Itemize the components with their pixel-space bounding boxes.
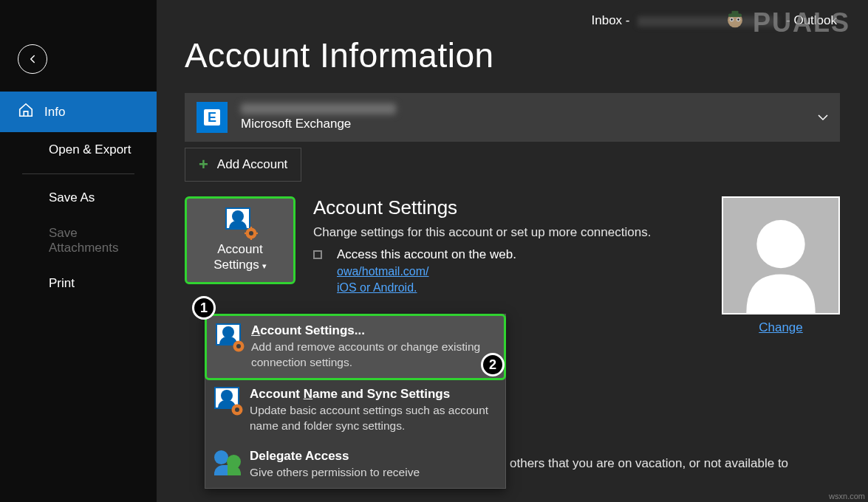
title-bar-breadcrumb: Inbox - - Outlook	[185, 13, 840, 28]
exchange-icon: E	[197, 102, 228, 133]
sidebar-item-info[interactable]: Info	[0, 92, 157, 132]
plus-icon: +	[199, 155, 208, 174]
dd2-desc: Update basic account settings such as ac…	[250, 403, 496, 434]
add-account-label: Add Account	[217, 157, 287, 172]
dropdown-item-account-settings[interactable]: Account Settings... Add and remove accou…	[205, 314, 506, 380]
dd3-title: Delegate Access	[250, 449, 496, 464]
svg-point-16	[236, 344, 241, 348]
svg-rect-11	[250, 237, 252, 240]
svg-rect-12	[245, 233, 247, 234]
sidebar-label-save-attachments: Save Attachments	[49, 226, 139, 255]
chevron-down-icon: ▾	[262, 261, 267, 270]
section-desc-account-settings: Change settings for this account or set …	[313, 224, 674, 241]
svg-point-18	[235, 408, 239, 412]
annotation-badge-2: 2	[481, 353, 505, 376]
delegate-access-icon	[214, 449, 241, 475]
account-settings-dropdown: Account Settings... Add and remove accou…	[205, 314, 506, 489]
change-avatar-link[interactable]: Change	[759, 320, 803, 334]
bullet-icon	[313, 250, 322, 259]
dd1-title: ccount Settings...	[260, 323, 365, 337]
dropdown-item-delegate-access[interactable]: Delegate Access Give others permission t…	[205, 441, 505, 488]
mobile-app-link[interactable]: iOS or Android.	[337, 281, 417, 294]
account-selector[interactable]: E Microsoft Exchange	[185, 93, 840, 142]
account-settings-icon	[225, 207, 255, 237]
dd1-accel: A	[251, 323, 260, 337]
svg-rect-13	[255, 233, 258, 234]
source-watermark: wsxn.com	[829, 492, 865, 501]
dd1-desc: Add and remove accounts or change existi…	[251, 340, 495, 371]
sidebar-divider	[22, 173, 134, 174]
backstage-sidebar: Info Open & Export Save As Save Attachme…	[0, 0, 157, 502]
dd2-post: ame and Sync Settings	[312, 387, 450, 401]
breadcrumb-sep: -	[626, 13, 630, 27]
auto-reply-text-fragment: others that you are on vacation, or not …	[510, 455, 835, 472]
profile-avatar	[722, 196, 840, 314]
account-settings-label2: Settings	[213, 258, 259, 272]
account-sync-icon	[214, 387, 241, 413]
back-button[interactable]	[18, 44, 47, 74]
account-settings-label1: Account	[217, 242, 262, 256]
sidebar-item-print[interactable]: Print	[0, 266, 157, 301]
section-title-account-settings: Account Settings	[313, 196, 674, 219]
breadcrumb-app: Outlook	[793, 13, 837, 27]
bullet-web-access: Access this account on the web.	[337, 247, 516, 262]
page-title: Account Information	[185, 35, 840, 75]
annotation-badge-1: 1	[192, 296, 216, 320]
dd2-pre: Account	[250, 387, 304, 401]
breadcrumb-inbox: Inbox	[592, 13, 623, 27]
svg-rect-10	[250, 227, 252, 230]
home-icon	[18, 102, 34, 122]
svg-point-14	[756, 220, 804, 268]
account-email-redacted	[241, 103, 396, 114]
owa-link[interactable]: owa/hotmail.com/	[337, 265, 429, 278]
breadcrumb-account-redacted	[638, 16, 778, 27]
sidebar-label-open-export: Open & Export	[49, 142, 131, 157]
sidebar-label-print: Print	[49, 276, 75, 291]
breadcrumb-sep: -	[786, 13, 790, 27]
add-account-button[interactable]: + Add Account	[185, 148, 301, 182]
avatar-placeholder-icon	[737, 210, 825, 313]
dropdown-item-name-sync[interactable]: Account Name and Sync Settings Update ba…	[205, 379, 505, 441]
sidebar-label-save-as: Save As	[49, 190, 95, 205]
sidebar-item-save-as[interactable]: Save As	[0, 180, 157, 216]
dd3-desc: Give others permission to receive	[250, 465, 496, 481]
account-settings-button[interactable]: Account Settings▾	[185, 196, 295, 284]
sidebar-item-open-export[interactable]: Open & Export	[0, 132, 157, 168]
chevron-down-icon	[818, 111, 828, 124]
account-settings-icon	[216, 323, 242, 350]
sidebar-label-info: Info	[44, 105, 65, 120]
arrow-left-icon	[26, 52, 39, 66]
account-type-label: Microsoft Exchange	[241, 117, 396, 131]
svg-point-9	[249, 231, 253, 235]
sidebar-item-save-attachments: Save Attachments	[0, 216, 157, 266]
dd2-accel: N	[304, 387, 312, 401]
